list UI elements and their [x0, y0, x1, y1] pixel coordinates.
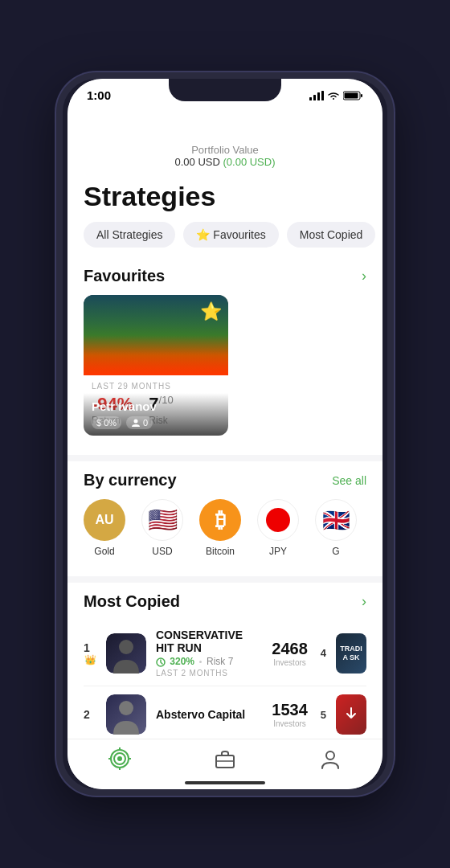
trader2-silhouette-icon [110, 698, 142, 735]
filter-tabs: All Strategies ⭐ Favourites Most Copied [68, 222, 382, 260]
currency-name-bitcoin: Bitcoin [206, 546, 235, 557]
dot-separator [199, 661, 202, 663]
rank-badge-1: 4 [321, 647, 326, 659]
currency-icon-gold: AU [84, 499, 125, 541]
currency-icon-bitcoin: ₿ [199, 499, 241, 541]
svg-rect-3 [321, 91, 324, 100]
svg-rect-1 [313, 95, 316, 100]
refresh-icon [156, 657, 166, 667]
currency-item-gbp[interactable]: 🇬🇧 G [315, 499, 357, 557]
currency-name-gold: Gold [94, 546, 114, 557]
most-copied-section-header: Most Copied › [68, 586, 382, 620]
divider-1 [68, 455, 382, 461]
currency-title: By currency [84, 471, 177, 489]
most-copied-title: Most Copied [84, 592, 180, 611]
portfolio-value: 0.00 USD (0.00 USD) [84, 156, 366, 168]
currency-scroll: AU Gold 🇺🇸 USD ₿ Bitcoin [68, 499, 382, 573]
favourite-card-petr-ivanov[interactable]: ⭐ Petr Ivanov $ 0% 0 [84, 295, 228, 436]
favourites-section-header: Favourites › [68, 260, 382, 295]
target-icon [108, 747, 131, 770]
most-copied-arrow-icon[interactable]: › [362, 593, 366, 610]
copied-info-1: CONSERVATIVE HIT RUN 320% Risk 7 [156, 628, 262, 678]
currency-name-gbp: G [332, 546, 339, 557]
tab-favourites[interactable]: ⭐ Favourites [183, 222, 278, 248]
screen: 1:00 [68, 79, 382, 789]
investors-count-2: 1534 [272, 701, 308, 719]
card-star-icon: ⭐ [200, 301, 222, 322]
svg-point-8 [119, 640, 133, 654]
copied-investors-1: 2468 Investors [272, 640, 308, 667]
copied-item-2[interactable]: 2 Abstervo Capital 1 [84, 686, 366, 743]
screen-inner: 1:00 [68, 79, 382, 789]
status-bar: 1:00 [68, 79, 382, 105]
investors-label-2: Investors [272, 719, 308, 728]
svg-rect-6 [345, 92, 358, 98]
rank-container-2: 2 [84, 707, 96, 722]
copied-avatar-1 [106, 633, 146, 674]
briefcase-icon [214, 747, 236, 770]
tab-most-copied[interactable]: Most Copied [287, 222, 376, 248]
currency-item-jpy[interactable]: JPY [257, 499, 299, 557]
currency-item-bitcoin[interactable]: ₿ Bitcoin [199, 499, 241, 557]
profile-person-icon [319, 747, 342, 770]
status-icons [309, 91, 363, 100]
favourites-arrow-icon[interactable]: › [362, 268, 366, 285]
card-overlay: Petr Ivanov $ 0% 0 [84, 393, 228, 436]
copied-avatar-2 [106, 694, 146, 735]
bottom-nav [68, 739, 382, 789]
rank-container-1: 1 👑 [84, 641, 96, 665]
card-trader-name: Petr Ivanov [92, 399, 220, 413]
copied-sub-1: 320% Risk 7 [156, 656, 262, 667]
tab-all-strategies[interactable]: All Strategies [84, 222, 175, 248]
favourites-title: Favourites [84, 267, 165, 285]
portfolio-label: Portfolio Value [84, 144, 366, 156]
card-months: LAST 29 MONTHS [92, 382, 220, 391]
svg-rect-5 [361, 94, 362, 97]
svg-point-20 [326, 751, 334, 760]
copied-badge-2 [336, 694, 366, 735]
signal-icon [309, 91, 324, 100]
currency-icon-gbp: 🇬🇧 [315, 499, 357, 541]
currency-section-header: By currency See all [68, 465, 382, 499]
home-indicator [185, 781, 265, 784]
copied-info-2: Abstervo Capital [156, 708, 262, 721]
wifi-icon [327, 91, 340, 100]
rank-badge-2: 5 [321, 709, 326, 721]
nav-item-portfolio[interactable] [214, 747, 236, 770]
trader-silhouette-icon [110, 637, 142, 674]
currency-name-usd: USD [152, 546, 172, 557]
phone-frame: 1:00 [56, 72, 394, 796]
copied-name-2: Abstervo Capital [156, 708, 262, 721]
copied-item-1[interactable]: 1 👑 CONSERVATIVE HIT RUN [84, 620, 366, 686]
currency-item-usd[interactable]: 🇺🇸 USD [141, 499, 183, 557]
person-badge-icon [131, 418, 141, 428]
copied-badge-1: TRADI A SK [336, 633, 366, 674]
crown-icon: 👑 [84, 654, 96, 665]
copied-name-1: CONSERVATIVE HIT RUN [156, 628, 262, 654]
rank-number-2: 2 [84, 708, 90, 721]
svg-rect-2 [317, 92, 320, 100]
see-all-link[interactable]: See all [332, 474, 366, 487]
down-arrow-icon [343, 706, 359, 723]
currency-icon-jpy [257, 499, 299, 541]
investors-label-1: Investors [272, 658, 308, 667]
favourites-scroll: ⭐ Petr Ivanov $ 0% 0 [68, 295, 382, 452]
portfolio-header: Portfolio Value 0.00 USD (0.00 USD) [68, 105, 382, 174]
investors-count-1: 2468 [272, 640, 308, 658]
badge-image-1: TRADI A SK [336, 633, 366, 674]
most-copied-list: 1 👑 CONSERVATIVE HIT RUN [68, 620, 382, 743]
rank-number-1: 1 [84, 641, 96, 654]
nav-item-profile[interactable] [319, 747, 342, 770]
svg-point-10 [119, 701, 133, 715]
svg-point-7 [134, 420, 138, 424]
svg-point-13 [117, 756, 122, 761]
status-time: 1:00 [87, 88, 111, 102]
copied-investors-2: 1534 Investors [272, 701, 308, 728]
currency-item-gold[interactable]: AU Gold [84, 499, 125, 557]
battery-icon [343, 91, 363, 100]
card-followers-badge: 0 [126, 416, 153, 429]
copied-months-1: LAST 2 MONTHS [156, 669, 262, 678]
copied-return-1: 320% [156, 656, 194, 667]
badge-image-2 [336, 694, 366, 735]
nav-item-strategies[interactable] [108, 747, 131, 770]
